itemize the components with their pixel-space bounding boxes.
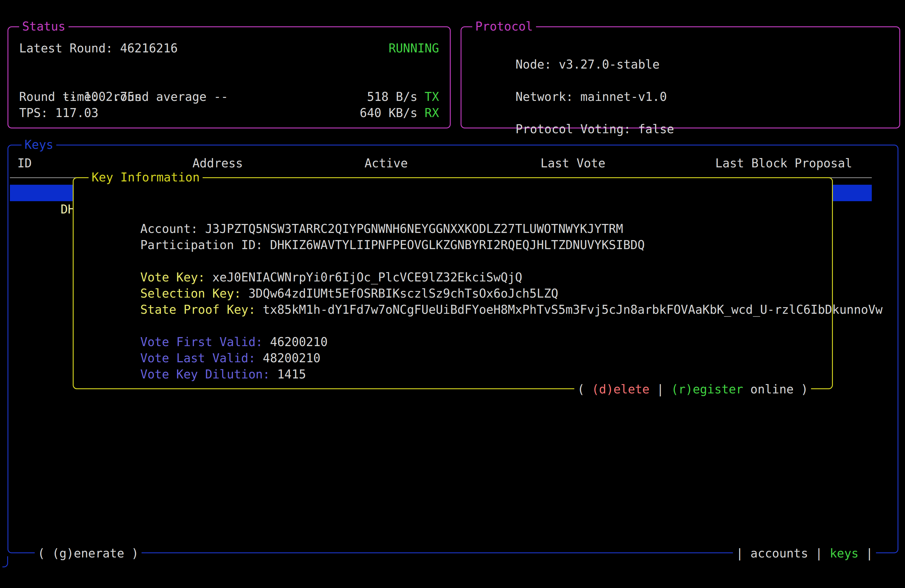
- round-time-value: Round time: 2.75s: [19, 89, 141, 105]
- column-header-last-block-proposal: Last Block Proposal: [715, 155, 852, 171]
- nav-pipe: |: [859, 547, 873, 560]
- column-header-address: Address: [192, 155, 243, 171]
- rx-rate-value: 640 KB/s: [360, 106, 425, 120]
- key-information-body: Account: J3JPZTQ5NSW3TARRC2QIYPGNWNH6NEY…: [74, 178, 832, 366]
- border-fragment: [2, 556, 8, 567]
- vote-key-value: xeJ0ENIACWNrpYi0r6IjOc_PlcVCE9lZ32EkciSw…: [212, 270, 522, 284]
- selection-key-value: 3DQw64zdIUMt5EfOSRBIKsczlSz9chTsOx6oJch5…: [248, 286, 559, 300]
- spacer-line: [19, 56, 439, 72]
- account-address: J3JPZTQ5NSW3TARRC2QIYPGNWNH6NEYGGNXXKODL…: [205, 222, 623, 236]
- register-online-suffix: online: [743, 382, 794, 396]
- tx-rate: 518 B/s TX: [367, 89, 439, 105]
- bottom-nav: | accounts | keys |: [733, 545, 876, 561]
- nav-pipe: |: [736, 547, 750, 560]
- actions-open-paren: (: [577, 382, 592, 396]
- vote-key-label: Vote Key:: [140, 270, 213, 284]
- node-state-badge: RUNNING: [389, 40, 439, 56]
- status-row-average-header: -- 100 round average --: [19, 72, 439, 89]
- status-panel: Status Latest Round: 46216216 RUNNING --…: [8, 26, 451, 129]
- tx-label: TX: [425, 90, 439, 103]
- vote-first-valid-row: Vote First Valid: 46200210: [83, 318, 824, 334]
- tps-value: TPS: 117.03: [19, 105, 98, 121]
- rx-rate: 640 KB/s RX: [360, 105, 439, 121]
- delete-button[interactable]: (d)elete: [592, 382, 650, 396]
- nav-tab-keys[interactable]: keys: [830, 547, 859, 560]
- participation-id-value: DHKIZ6WAVTYLIIPNFPEOVGLKZGNBYRI2RQEQJHLT…: [270, 238, 645, 252]
- status-row-round-time: Round time: 2.75s 518 B/s TX: [19, 89, 439, 105]
- key-information-modal: Key Information Account: J3JPZTQ5NSW3TAR…: [73, 177, 833, 389]
- state-proof-key-value: tx85kM1h-dY1Fd7w7oNCgFUeUiBdFYoeH8MxPhTv…: [263, 303, 883, 316]
- actions-divider: |: [649, 382, 671, 396]
- key-information-title: Key Information: [89, 169, 203, 185]
- vote-first-valid-label: Vote First Valid:: [140, 335, 270, 349]
- keys-table-header: ID Address Active Last Vote Last Block P…: [8, 155, 897, 171]
- register-key: (r)egister: [671, 382, 743, 396]
- protocol-row-node: Node: v3.27.0-stable: [472, 40, 889, 56]
- protocol-panel: Protocol Node: v3.27.0-stable Network: m…: [460, 26, 900, 129]
- vote-last-valid-label: Vote Last Valid:: [140, 351, 263, 365]
- tx-rate-value: 518 B/s: [367, 90, 425, 103]
- actions-close-paren: ): [794, 382, 808, 396]
- selection-key-label: Selection Key:: [140, 286, 248, 300]
- protocol-row-voting: Protocol Voting: false: [472, 105, 889, 121]
- generate-button[interactable]: ( (g)enerate ): [35, 545, 141, 561]
- column-header-id: ID: [17, 155, 32, 171]
- rx-label: RX: [425, 106, 439, 120]
- vote-key-dilution-label: Vote Key Dilution:: [140, 367, 278, 381]
- nav-pipe: |: [808, 547, 830, 560]
- status-panel-title: Status: [19, 18, 68, 35]
- latest-round-value: Latest Round: 46216216: [19, 40, 178, 56]
- participation-id-label: Participation ID:: [140, 238, 270, 252]
- account-label: Account:: [140, 222, 205, 236]
- register-online-button[interactable]: (r)egister online: [671, 382, 793, 396]
- status-row-tps: TPS: 117.03 640 KB/s RX: [19, 105, 439, 121]
- vote-key-dilution-value: 1415: [277, 367, 306, 381]
- protocol-row-network: Network: mainnet-v1.0: [472, 72, 889, 89]
- vote-last-valid-value: 48200210: [263, 351, 321, 365]
- network-name: Network: mainnet-v1.0: [516, 90, 667, 103]
- node-version: Node: v3.27.0-stable: [516, 57, 660, 71]
- state-proof-key-label: State Proof Key:: [140, 303, 263, 316]
- column-header-active: Active: [365, 155, 408, 171]
- vote-key-row: Vote Key: xeJ0ENIACWNrpYi0r6IjOc_PlcVCE9…: [83, 253, 824, 269]
- modal-actions: ( (d)elete | (r)egister online ): [574, 381, 811, 397]
- nav-tab-accounts[interactable]: accounts: [751, 547, 808, 560]
- column-header-last-vote: Last Vote: [540, 155, 605, 171]
- status-row-latest-round: Latest Round: 46216216 RUNNING: [19, 40, 439, 56]
- keys-panel-title: Keys: [22, 137, 56, 153]
- protocol-panel-title: Protocol: [472, 18, 536, 35]
- protocol-voting: Protocol Voting: false: [516, 122, 674, 136]
- account-row: Account: J3JPZTQ5NSW3TARRC2QIYPGNWNH6NEY…: [83, 205, 824, 221]
- terminal-screen: Status Latest Round: 46216216 RUNNING --…: [0, 0, 905, 588]
- vote-first-valid-value: 46200210: [270, 335, 328, 349]
